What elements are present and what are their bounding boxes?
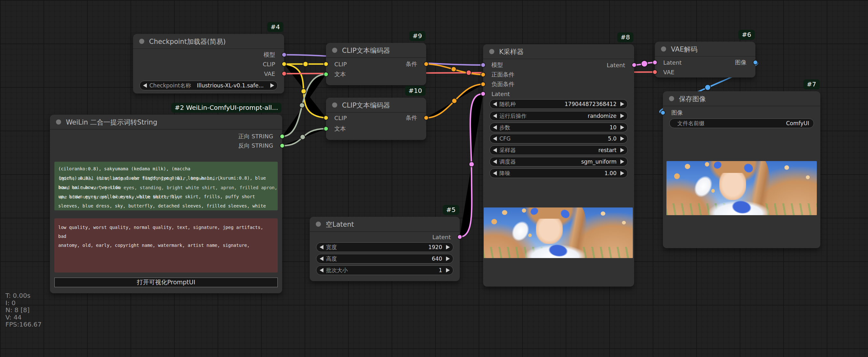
node-weilin-prompt[interactable]: #2 WeiLin-ComfyUI-prompt-all... WeiLin 二… [50, 115, 282, 293]
input-port-text[interactable] [323, 126, 329, 131]
height-widget[interactable]: 高度 640 [316, 254, 453, 264]
batch-size-widget[interactable]: 批次大小 1 [316, 265, 453, 275]
prev-arrow-icon[interactable] [493, 114, 497, 118]
node-clip-encoder-negative[interactable]: #10 CLIP文本编码器 CLIP 文本 条件 [326, 98, 426, 140]
output-port-positive-string[interactable] [280, 134, 285, 139]
output-port-model[interactable] [282, 52, 287, 57]
widget-value: restart [598, 147, 617, 153]
wire-dot [303, 61, 308, 67]
steps-widget[interactable]: 步数 10 [490, 123, 628, 132]
increment-arrow-icon[interactable] [620, 171, 624, 175]
node-status-dot [669, 96, 674, 101]
output-port-clip[interactable] [282, 61, 287, 67]
widget-label: 高度 [326, 255, 337, 263]
node-titlebar[interactable]: CLIP文本编码器 [326, 98, 426, 113]
next-arrow-icon[interactable] [620, 159, 624, 164]
node-checkpoint-loader[interactable]: #4 Checkpoint加载器(简易) 模型 CLIP VAE Checkpo… [133, 34, 284, 93]
decrement-arrow-icon[interactable] [320, 257, 323, 261]
wire-dot [466, 70, 471, 75]
input-port-latent[interactable] [480, 91, 486, 96]
increment-arrow-icon[interactable] [446, 245, 450, 249]
node-status-dot [489, 49, 494, 54]
input-port-text[interactable] [323, 72, 329, 77]
widget-value: 640 [432, 256, 442, 262]
node-titlebar[interactable]: 空Latent [310, 217, 460, 232]
output-label-image: 图像 [735, 59, 746, 66]
output-port-vae[interactable] [282, 71, 287, 76]
cfg-widget[interactable]: CFG 5.0 [490, 134, 628, 143]
decrement-arrow-icon[interactable] [493, 137, 497, 141]
node-status-dot [661, 47, 666, 52]
node-titlebar[interactable]: WeiLin 二合一提示词转String [50, 115, 282, 130]
negative-prompt-textarea[interactable]: low quality, worst quality, normal quali… [54, 218, 278, 272]
output-port-image[interactable] [753, 60, 758, 65]
output-port-latent[interactable] [631, 62, 637, 67]
node-ksampler[interactable]: #8 K采样器 模型 正面条件 负面条件 Latent Latent 随机种 1… [483, 44, 634, 287]
sampler-widget[interactable]: 采样器 restart [490, 145, 628, 155]
node-vae-decode[interactable]: #6 VAE解码 Latent VAE 图像 [655, 41, 755, 78]
widget-value: 1920 [428, 244, 442, 250]
prev-arrow-icon[interactable] [493, 148, 497, 152]
filename-prefix-widget[interactable]: 文件名前缀 ComfyUI [669, 118, 814, 128]
comfyui-canvas[interactable]: #4 Checkpoint加载器(简易) 模型 CLIP VAE Checkpo… [0, 0, 868, 357]
open-prompt-ui-button[interactable]: 打开可视化PromptUI [54, 277, 278, 287]
scheduler-widget[interactable]: 调度器 sgm_uniform [490, 157, 628, 167]
input-label-text: 文本 [334, 70, 346, 78]
input-port-latent[interactable] [652, 60, 657, 65]
input-port-clip[interactable] [323, 115, 329, 120]
increment-arrow-icon[interactable] [620, 102, 624, 106]
canvas-stats: T: 0.00s I: 0 N: 8 [8] V: 44 FPS:166.67 [5, 292, 41, 328]
checkpoint-name-widget[interactable]: Checkpoint名称 Illustrious-XL-v0.1.safe... [140, 81, 278, 90]
input-port-image[interactable] [660, 110, 665, 115]
prompt-line: sleeves, blue dress, sky, butterfly, det… [58, 201, 274, 210]
node-id-badge: #2 WeiLin-ComfyUI-prompt-all... [171, 103, 282, 113]
decrement-arrow-icon[interactable] [493, 171, 497, 175]
denoise-widget[interactable]: 降噪 1.00 [490, 169, 628, 178]
output-port-cond[interactable] [424, 61, 429, 67]
decrement-arrow-icon[interactable] [493, 125, 497, 130]
node-title: VAE解码 [671, 45, 698, 54]
node-titlebar[interactable]: Checkpoint加载器(简易) [133, 34, 284, 49]
output-port-cond[interactable] [424, 115, 429, 120]
next-arrow-icon[interactable] [620, 148, 624, 152]
node-title: 空Latent [326, 220, 354, 229]
node-save-image[interactable]: #7 保存图像 图像 文件名前缀 ComfyUI [663, 91, 820, 248]
width-widget[interactable]: 宽度 1920 [316, 242, 453, 252]
decrement-arrow-icon[interactable] [320, 245, 323, 249]
input-port-vae[interactable] [652, 69, 657, 75]
positive-prompt-textarea[interactable]: (ciloranko:0.8), sakyumama (kedama milk)… [54, 162, 278, 210]
increment-arrow-icon[interactable] [446, 268, 450, 272]
output-label-positive-string: 正向 STRING [238, 132, 273, 140]
wire-dot [469, 162, 474, 167]
node-empty-latent[interactable]: #5 空Latent Latent 宽度 1920 高度 640 批次大小 1 [310, 217, 460, 281]
increment-arrow-icon[interactable] [620, 137, 624, 141]
increment-arrow-icon[interactable] [620, 125, 624, 130]
decrement-arrow-icon[interactable] [493, 102, 497, 106]
next-arrow-icon[interactable] [270, 83, 274, 88]
input-port-positive[interactable] [480, 72, 486, 77]
output-port-negative-string[interactable] [280, 143, 285, 148]
node-titlebar[interactable]: VAE解码 [655, 41, 755, 57]
node-titlebar[interactable]: 保存图像 [663, 91, 820, 106]
increment-arrow-icon[interactable] [446, 257, 450, 261]
node-titlebar[interactable]: K采样器 [483, 44, 634, 59]
prev-arrow-icon[interactable] [143, 83, 147, 88]
node-id-badge: #5 [443, 205, 459, 215]
input-port-negative[interactable] [480, 82, 486, 87]
widget-value: sgm_uniform [581, 158, 617, 165]
input-label-negative: 负面条件 [491, 80, 515, 88]
decrement-arrow-icon[interactable] [320, 268, 323, 272]
node-id-badge: #8 [617, 32, 633, 42]
input-port-model[interactable] [480, 62, 486, 67]
node-clip-encoder-positive[interactable]: #9 CLIP文本编码器 CLIP 文本 条件 [326, 43, 426, 85]
next-arrow-icon[interactable] [620, 114, 624, 118]
node-id-badge: #4 [267, 22, 283, 32]
input-label-clip: CLIP [334, 61, 347, 67]
prev-arrow-icon[interactable] [493, 159, 497, 164]
wire-dot [451, 67, 456, 72]
seed-widget[interactable]: 随机种 179044872368412 [490, 99, 628, 109]
node-titlebar[interactable]: CLIP文本编码器 [326, 43, 426, 58]
output-port-latent[interactable] [457, 234, 462, 239]
input-port-clip[interactable] [323, 61, 329, 67]
control-after-generate-widget[interactable]: 运行后操作 randomize [490, 111, 628, 121]
